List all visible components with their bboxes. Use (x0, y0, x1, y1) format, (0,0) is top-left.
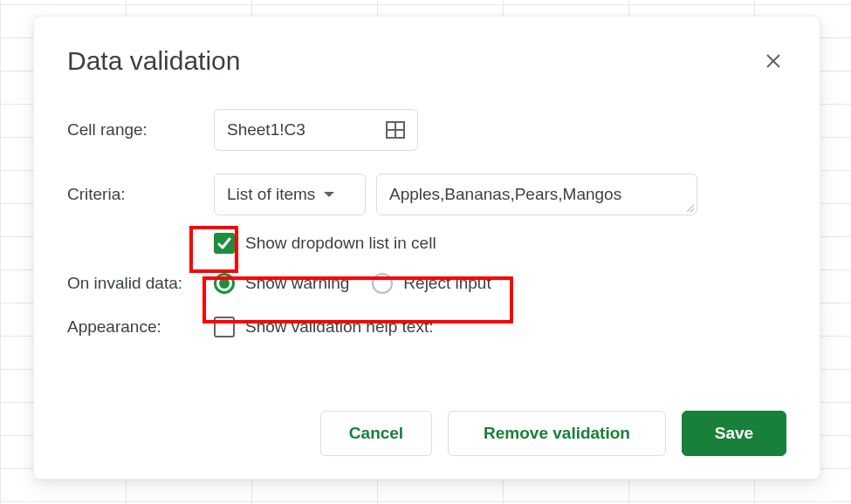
help-text-checkbox[interactable] (214, 317, 235, 337)
criteria-row: Criteria: List of items (67, 174, 786, 215)
help-text-label: Show validation help text: (245, 317, 433, 337)
cell-range-value: Sheet1!C3 (227, 120, 305, 140)
show-warning-radio[interactable] (214, 273, 235, 294)
cell-range-row: Cell range: Sheet1!C3 (67, 109, 786, 151)
help-text-checkbox-wrap[interactable]: Show validation help text: (214, 317, 433, 337)
criteria-items-input[interactable] (376, 174, 697, 215)
data-validation-dialog: Data validation Cell range: Sheet1!C3 (33, 16, 820, 480)
close-button[interactable] (760, 48, 786, 74)
reject-input-radio[interactable] (372, 273, 393, 294)
reject-input-label: Reject input (403, 274, 491, 293)
dialog-button-row: Cancel Remove validation Save (320, 411, 786, 456)
criteria-selected-option: List of items (227, 185, 315, 204)
criteria-label: Criteria: (67, 185, 214, 204)
save-button[interactable]: Save (682, 411, 786, 456)
invalid-data-label: On invalid data: (67, 274, 214, 293)
remove-validation-button[interactable]: Remove validation (448, 411, 666, 456)
cell-range-field[interactable]: Sheet1!C3 (214, 109, 418, 151)
chevron-down-icon (324, 192, 334, 197)
close-icon (765, 53, 781, 69)
show-warning-radio-wrap[interactable]: Show warning (214, 273, 349, 294)
criteria-select[interactable]: List of items (214, 174, 366, 215)
show-dropdown-row: Show dropdown list in cell (214, 233, 786, 254)
show-dropdown-checkbox[interactable] (214, 233, 235, 254)
select-range-icon[interactable] (386, 121, 405, 139)
invalid-data-row: On invalid data: Show warning Reject inp… (67, 273, 786, 294)
cancel-button[interactable]: Cancel (320, 411, 432, 456)
cell-range-label: Cell range: (67, 120, 214, 140)
show-dropdown-checkbox-wrap[interactable]: Show dropdown list in cell (214, 233, 436, 254)
checkmark-icon (216, 235, 232, 251)
dialog-title: Data validation (67, 46, 240, 76)
appearance-label: Appearance: (67, 317, 214, 337)
show-warning-label: Show warning (245, 274, 349, 293)
dialog-header: Data validation (67, 46, 786, 76)
appearance-row: Appearance: Show validation help text: (67, 317, 786, 337)
show-dropdown-label: Show dropdown list in cell (245, 234, 436, 253)
reject-input-radio-wrap[interactable]: Reject input (372, 273, 491, 294)
